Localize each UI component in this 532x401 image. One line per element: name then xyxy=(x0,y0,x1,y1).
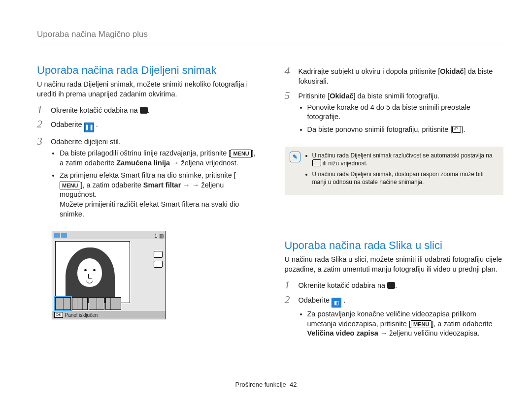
steps-pip: 1 Okrenite kotačić odabira na . 2 Odaber… xyxy=(285,279,504,341)
layout-thumb xyxy=(72,297,88,310)
intro-split-shot: U načinu rada Dijeljeni snimak, možete s… xyxy=(37,80,256,99)
back-icon xyxy=(452,126,461,133)
note-bullets: U načinu rada Dijeljeni snimak razlučivo… xyxy=(305,152,498,189)
menu-button-icon: MENU xyxy=(231,150,251,157)
steps-left: 1 Okrenite kotačić odabira na . 2 Odaber… xyxy=(37,104,256,222)
left-column: Uporaba načina rada Dijeljeni snimak U n… xyxy=(37,64,256,344)
section-heading-split-shot: Uporaba načina rada Dijeljeni snimak xyxy=(37,64,256,77)
menu-button-icon: MENU xyxy=(60,182,80,189)
shot-top-bar: 1▥ xyxy=(52,231,166,239)
step-text: Odaberite dijeljeni stil. Da biste prila… xyxy=(51,135,256,222)
bullet: Za postavljanje konačne veličine videoza… xyxy=(307,309,504,339)
shot-footer: OK Panel isključen xyxy=(52,311,166,319)
size-icon xyxy=(154,251,163,258)
step-2: 2 Odaberite ❚❚ . xyxy=(37,118,256,132)
step3-bullets: Da biste prilagodili oštrinu linije razd… xyxy=(51,149,256,219)
footer-page: 42 xyxy=(290,381,297,388)
battery-icon: ▥ xyxy=(159,233,164,239)
note-box: ✎ U načinu rada Dijeljeni snimak razluči… xyxy=(285,147,504,195)
step-number: 5 xyxy=(285,90,294,138)
bullet: Da biste ponovno snimili fotografiju, pr… xyxy=(307,125,504,135)
bullet: Za primjenu efekta Smart filtra na dio s… xyxy=(60,171,256,219)
step-text: Odaberite ◧ . Za postavljanje konačne ve… xyxy=(299,294,504,341)
header-title: Uporaba načina Magično plus xyxy=(37,30,148,39)
pip-step-2: 2 Odaberite ◧ . Za postavljanje konačne … xyxy=(285,294,504,341)
step-4: 4 Kadrirajte subjekt u okviru i dopola p… xyxy=(285,65,504,87)
step-1: 1 Okrenite kotačić odabira na . xyxy=(37,104,256,115)
mode-dial-icon xyxy=(387,282,395,289)
shot-footer-label: Panel isključen xyxy=(65,312,98,318)
manual-page: Uporaba načina Magično plus Uporaba nači… xyxy=(0,0,532,401)
step-number: 2 xyxy=(285,294,294,341)
menu-button-icon: MENU xyxy=(411,320,432,328)
columns: Uporaba načina rada Dijeljeni snimak U n… xyxy=(37,64,503,344)
step-text: Pritisnite [Okidač] da biste snimili fot… xyxy=(299,90,504,138)
page-footer: Proširene funkcije 42 xyxy=(0,381,532,388)
layout-thumb xyxy=(105,297,121,310)
bullet: Da biste prilagodili oštrinu linije razd… xyxy=(60,149,256,168)
step-text: Kadrirajte subjekt u okviru i dopola pri… xyxy=(299,65,504,87)
bullet: Ponovite korake od 4 do 5 da biste snimi… xyxy=(307,103,504,122)
step-number: 1 xyxy=(285,279,294,290)
split-shot-icon: ❚❚ xyxy=(84,123,94,132)
page-header: Uporaba načina Magično plus xyxy=(37,30,503,44)
step-number: 3 xyxy=(37,135,46,222)
step-text: Okrenite kotačić odabira na . xyxy=(299,279,504,290)
camera-screenshot: 1▥ OK xyxy=(52,231,166,319)
step-3: 3 Odaberite dijeljeni stil. Da biste pri… xyxy=(37,135,256,222)
face-illustration xyxy=(66,247,115,303)
steps-right-top: 4 Kadrirajte subjekt u okviru i dopola p… xyxy=(285,65,504,138)
status-icon xyxy=(61,233,67,238)
footer-section: Proširene funkcije xyxy=(235,381,286,388)
mode-dial-icon xyxy=(140,107,148,114)
ok-icon: OK xyxy=(54,312,63,318)
note-icon: ✎ xyxy=(290,152,300,162)
shot-counter: 1 xyxy=(154,233,157,239)
layout-thumbs xyxy=(55,297,121,310)
resolution-icon xyxy=(312,159,321,166)
step-number: 2 xyxy=(37,118,46,132)
layout-thumb xyxy=(89,297,104,310)
shot-preview-pane xyxy=(55,241,130,303)
pip-step2-bullets: Za postavljanje konačne veličine videoza… xyxy=(299,309,504,339)
flash-icon xyxy=(154,261,163,268)
step5-bullets: Ponovite korake od 4 do 5 da biste snimi… xyxy=(299,103,504,135)
note-item: U načinu rada Dijeljeni snimak razlučivo… xyxy=(312,152,498,167)
status-icon xyxy=(54,233,60,238)
right-column: 4 Kadrirajte subjekt u okviru i dopola p… xyxy=(285,64,504,344)
pip-step-1: 1 Okrenite kotačić odabira na . xyxy=(285,279,504,290)
note-item: U načinu rada Dijeljeni snimak, dostupan… xyxy=(312,170,498,186)
step-text: Odaberite ❚❚ . xyxy=(51,118,256,132)
section-heading-pip: Uporaba načina rada Slika u slici xyxy=(285,239,504,252)
intro-pip: U načinu rada Slika u slici, možete snim… xyxy=(285,255,504,274)
step-5: 5 Pritisnite [Okidač] da biste snimili f… xyxy=(285,90,504,138)
layout-thumb xyxy=(55,297,71,310)
pip-icon: ◧ xyxy=(332,298,341,308)
step-number: 1 xyxy=(37,104,46,115)
step-text: Okrenite kotačić odabira na . xyxy=(51,104,256,115)
step-number: 4 xyxy=(285,65,294,87)
